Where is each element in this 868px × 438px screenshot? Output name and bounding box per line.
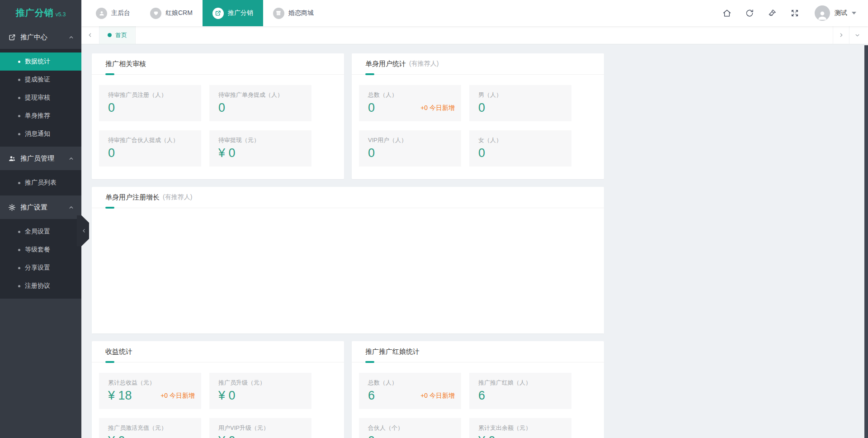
chevron-left-icon	[81, 228, 87, 233]
card-row-top: 推广相关审核 待审推广员注册（人） 0 待审推广单身提成（人） 0 待审推广合伙…	[92, 53, 868, 179]
sidebar-item-global-settings[interactable]: 全局设置	[0, 223, 81, 241]
user-menu[interactable]: 测试	[815, 5, 856, 21]
sidebar-item-label: 注册协议	[25, 282, 50, 290]
stat-box: 男（人） 0	[469, 85, 571, 121]
app-tab-label: 推广分销	[228, 9, 253, 17]
tab-options-button[interactable]	[849, 26, 865, 44]
stat-value: 6	[478, 388, 485, 403]
accent-dash	[365, 73, 374, 75]
stat-label: 推广员激活充值（元）	[108, 424, 195, 432]
sidebar-item-label: 消息通知	[25, 130, 50, 138]
stat-value: 0	[368, 146, 375, 160]
sidebar-item-label: 推广员列表	[25, 179, 57, 187]
card-single-users: 单身用户统计 (有推荐人) 总数（人） 0 +0 今日新增 男（人） 0	[352, 53, 604, 179]
sidebar-item-label: 分享设置	[25, 264, 50, 272]
fullscreen-icon[interactable]	[790, 9, 799, 18]
active-dot-icon	[108, 33, 112, 37]
refresh-icon[interactable]	[745, 9, 754, 18]
card-body: 总数（人） 6 +0 今日新增 推广推广红娘（人） 6 合伙人（个） 0	[352, 362, 604, 438]
chevron-down-icon	[852, 12, 856, 14]
stat-label: 累计支出余额（元）	[478, 424, 565, 432]
card-income: 收益统计 累计总收益（元） ¥ 18 +0 今日新增 推广员升级（元） ¥ 0	[92, 341, 344, 438]
app-tab-promo-distribution[interactable]: 推广分销	[203, 0, 263, 26]
card-header: 推广相关审核	[92, 53, 344, 75]
submenu-promo-center: 数据统计 提成验证 提现审核 单身推荐 消息通知	[0, 49, 81, 147]
bullet-dot-icon	[18, 285, 20, 287]
app-logo: 推广分销 v5.3	[0, 0, 81, 25]
card-row-bottom: 收益统计 累计总收益（元） ¥ 18 +0 今日新增 推广员升级（元） ¥ 0	[92, 341, 868, 438]
submenu-promoter-mgmt: 推广员列表	[0, 170, 81, 195]
sidebar-item-register-agreement[interactable]: 注册协议	[0, 277, 81, 295]
sidebar-group-promo-center[interactable]: 推广中心	[0, 25, 81, 49]
stat-box: 累计总收益（元） ¥ 18 +0 今日新增	[99, 373, 201, 409]
sidebar-item-share-settings[interactable]: 分享设置	[0, 259, 81, 277]
chevron-up-icon	[68, 34, 74, 40]
bullet-dot-icon	[18, 115, 20, 117]
sidebar-group-label: 推广员管理	[20, 154, 68, 163]
stat-label: 待审推广单身提成（人）	[218, 91, 305, 99]
stat-box: 推广员升级（元） ¥ 0	[209, 373, 311, 409]
stat-label: 推广员升级（元）	[218, 379, 305, 387]
sidebar-item-promoter-list[interactable]: 推广员列表	[0, 174, 81, 192]
card-subtitle: (有推荐人)	[409, 60, 439, 68]
clean-cache-icon[interactable]	[768, 9, 777, 18]
card-header: 单身用户注册增长 (有推荐人)	[92, 187, 604, 208]
stat-box: 用户VIP升级（元） ¥ 0	[209, 418, 311, 438]
card-body: 待审推广员注册（人） 0 待审推广单身提成（人） 0 待审推广合伙人提成（人） …	[92, 75, 344, 167]
sidebar-item-commission-verify[interactable]: 提成验证	[0, 71, 81, 89]
bullet-dot-icon	[18, 97, 20, 99]
stat-value: 0	[368, 433, 375, 438]
vertical-scrollbar[interactable]	[864, 45, 868, 438]
stat-box: 待审推广合伙人提成（人） 0	[99, 130, 201, 167]
chevron-left-icon	[87, 32, 93, 38]
stat-label: 用户VIP升级（元）	[218, 424, 305, 432]
home-icon[interactable]	[722, 9, 731, 18]
sidebar-item-data-stats[interactable]: 数据统计	[0, 52, 81, 71]
tab-scroll-left-button[interactable]	[81, 26, 99, 44]
chart-placeholder	[92, 208, 604, 333]
stat-value: 0	[478, 146, 485, 160]
sidebar-group-promo-settings[interactable]: 推广设置	[0, 195, 81, 219]
sidebar-item-message-notify[interactable]: 消息通知	[0, 125, 81, 143]
stat-box: 待审推广单身提成（人） 0	[209, 85, 311, 121]
card-header: 单身用户统计 (有推荐人)	[352, 53, 604, 75]
stat-label: 总数（人）	[368, 379, 455, 387]
card-matchmaker-stats: 推广推广红娘统计 总数（人） 6 +0 今日新增 推广推广红娘（人） 6	[352, 341, 604, 438]
stat-label: 女（人）	[478, 136, 565, 144]
sidebar-item-withdraw-audit[interactable]: 提现审核	[0, 89, 81, 107]
accent-dash	[105, 361, 114, 363]
stat-box: 待审推广员注册（人） 0	[99, 85, 201, 121]
submenu-promo-settings: 全局设置 等级套餐 分享设置 注册协议	[0, 219, 81, 299]
tab-home[interactable]: 首页	[99, 26, 136, 44]
stat-value: 0	[108, 100, 115, 115]
stat-value: 0	[218, 100, 225, 115]
stat-box: 待审提现（元） ¥ 0	[209, 130, 311, 167]
sidebar-item-label: 全局设置	[25, 228, 50, 236]
share-icon	[8, 33, 16, 41]
app-tab-matchmaker-crm[interactable]: 红娘CRM	[140, 0, 203, 26]
stat-label: 合伙人（个）	[368, 424, 455, 432]
store-icon	[273, 8, 284, 19]
card-body: 累计总收益（元） ¥ 18 +0 今日新增 推广员升级（元） ¥ 0 推广员激活…	[92, 362, 344, 438]
stat-box: 累计支出余额（元） ¥ 0	[469, 418, 571, 438]
tab-scroll-right-button[interactable]	[833, 26, 849, 44]
app-tab-main-backend[interactable]: 主后台	[86, 0, 140, 26]
sidebar-item-label: 提成验证	[25, 76, 50, 84]
sidebar-group-label: 推广设置	[20, 203, 68, 212]
app-name: 推广分销	[16, 7, 54, 19]
stat-label: 待审推广合伙人提成（人）	[108, 136, 195, 144]
card-row-chart: 单身用户注册增长 (有推荐人)	[92, 187, 868, 333]
stat-box: 推广推广红娘（人） 6	[469, 373, 571, 409]
sidebar-item-level-packages[interactable]: 等级套餐	[0, 241, 81, 259]
card-body: 总数（人） 0 +0 今日新增 男（人） 0 VIP用户（人） 0	[352, 75, 604, 167]
stat-box: 总数（人） 6 +0 今日新增	[359, 373, 461, 409]
sidebar-item-label: 提现审核	[25, 94, 50, 102]
card-header: 收益统计	[92, 341, 344, 362]
app-tab-label: 主后台	[111, 9, 130, 17]
app-switch-tabs: 主后台 红娘CRM 推广分销 婚恋商城	[86, 0, 324, 26]
sidebar-item-single-recommend[interactable]: 单身推荐	[0, 107, 81, 125]
sidebar-group-promoter-mgmt[interactable]: 推广员管理	[0, 147, 81, 170]
app-tab-marriage-mall[interactable]: 婚恋商城	[263, 0, 324, 26]
avatar	[815, 5, 830, 21]
stat-label: 男（人）	[478, 91, 565, 99]
